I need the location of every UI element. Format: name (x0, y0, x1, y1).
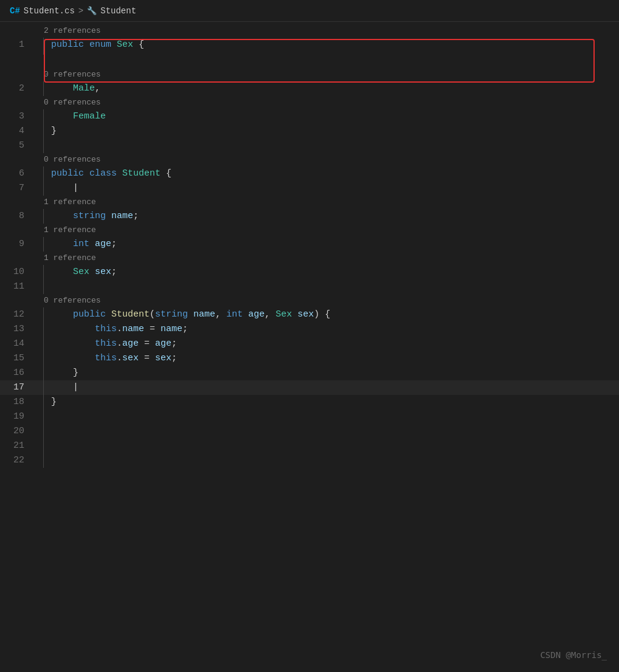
ref-count-age: 1 reference (44, 224, 96, 237)
line-num-8: 8 (0, 209, 36, 224)
code-line-10: 10 Sex sex; (0, 265, 619, 279)
code-content-14: this.age = age; (49, 337, 619, 351)
code-line-19: 19 (0, 410, 619, 424)
line-num-2: 2 (0, 81, 36, 96)
line-num-19: 19 (0, 410, 36, 424)
line-num-5: 5 (0, 139, 36, 153)
code-content-2: Male, (49, 81, 619, 96)
code-line-6: 6 public class Student { (0, 166, 619, 181)
gutter-4 (36, 124, 44, 139)
code-line-9: 9 int age; (0, 237, 619, 252)
gutter-9 (36, 237, 44, 252)
code-line-14: 14 this.age = age; (0, 337, 619, 351)
line-num-4: 4 (0, 124, 36, 139)
code-line-1: 1 public enum Sex { (0, 38, 619, 55)
line-num-16: 16 (0, 366, 36, 380)
code-line-7: 7 | (0, 181, 619, 196)
gutter-11 (36, 279, 44, 294)
gutter-7 (36, 181, 44, 196)
gutter-18 (36, 395, 44, 410)
gutter-17 (36, 380, 44, 395)
gutter-1 (36, 38, 44, 55)
line-num-22: 22 (0, 453, 36, 468)
gutter-22 (36, 453, 44, 468)
code-line-5: 5 (0, 139, 619, 153)
gutter-3 (36, 109, 44, 124)
line-num-18: 18 (0, 395, 36, 410)
line-num-11: 11 (0, 279, 36, 294)
code-line-21: 21 (0, 439, 619, 453)
gutter-13 (36, 322, 44, 337)
line-num-20: 20 (0, 424, 36, 439)
ref-line-sex: 1 reference (0, 252, 619, 265)
gutter-5 (36, 139, 44, 153)
csharp-icon: C# (10, 6, 20, 16)
ref-line-name: 1 reference (0, 196, 619, 209)
code-line-20: 20 (0, 424, 619, 439)
code-content-15: this.sex = sex; (49, 351, 619, 366)
line-num-7: 7 (0, 181, 36, 196)
code-content-18: } (49, 395, 619, 410)
ref-line-class: 0 references (0, 153, 619, 166)
code-content-12: public Student(string name, int age, Sex… (49, 307, 619, 322)
gutter-8 (36, 209, 44, 224)
code-content-17: | (49, 380, 619, 395)
line-num-13: 13 (0, 322, 36, 337)
gutter-14 (36, 337, 44, 351)
code-line-17: 17 | (0, 380, 619, 395)
line-num-6: 6 (0, 166, 36, 181)
code-line-4: 4 } (0, 124, 619, 139)
ref-line-enum: 0 references (0, 55, 619, 81)
code-line-8: 8 string name; (0, 209, 619, 224)
code-content-10: Sex sex; (49, 265, 619, 279)
gutter-6 (36, 166, 44, 181)
line-num-9: 9 (0, 237, 36, 252)
code-editor[interactable]: 2 references 1 public enum Sex { 0 refer… (0, 22, 619, 468)
ref-count-class: 0 references (44, 153, 101, 166)
class-icon: 🔧 (87, 6, 97, 16)
gutter-10 (36, 265, 44, 279)
line-num-15: 15 (0, 351, 36, 366)
code-line-3: 3 Female (0, 109, 619, 124)
line-num-3: 3 (0, 109, 36, 124)
code-content-9: int age; (49, 237, 619, 252)
gutter-12 (36, 307, 44, 322)
line-num-10: 10 (0, 265, 36, 279)
breadcrumb-path: Student.cs > 🔧 Student (24, 6, 136, 16)
ref-count-name: 1 reference (44, 196, 96, 209)
code-line-11: 11 (0, 279, 619, 294)
ref-count-ctor: 0 references (44, 294, 101, 307)
ref-count-sex: 1 reference (44, 252, 96, 265)
ref-count: 2 references (44, 24, 101, 38)
gutter-15 (36, 351, 44, 366)
code-line-22: 22 (0, 453, 619, 468)
line-num-14: 14 (0, 337, 36, 351)
code-line-13: 13 this.name = name; (0, 322, 619, 337)
code-content-8: string name; (49, 209, 619, 224)
code-content-13: this.name = name; (49, 322, 619, 337)
code-content-16: } (49, 366, 619, 380)
code-line-2: 2 Male, (0, 81, 619, 96)
code-content-7: | (49, 181, 619, 196)
line-num-21: 21 (0, 439, 36, 453)
code-line-16: 16 } (0, 366, 619, 380)
breadcrumb-class: Student (100, 6, 136, 16)
gutter-19 (36, 410, 44, 424)
watermark: CSDN @Morris_ (540, 650, 607, 660)
line-num-12: 12 (0, 307, 36, 322)
code-content-4: } (49, 124, 619, 139)
breadcrumb: C# Student.cs > 🔧 Student (0, 0, 619, 22)
ref-count-enum: 0 references (44, 68, 101, 81)
code-line-18: 18 } (0, 395, 619, 410)
breadcrumb-file: Student.cs (24, 6, 75, 16)
code-content-6: public class Student { (49, 166, 619, 181)
line-num-17: 17 (0, 380, 36, 395)
ref-line-age: 1 reference (0, 224, 619, 237)
ref-line-male: 0 references (0, 96, 619, 109)
gutter-21 (36, 439, 44, 453)
code-line-12: 12 public Student(string name, int age, … (0, 307, 619, 322)
line-num-1: 1 (0, 38, 36, 52)
code-content-1: public enum Sex { (49, 38, 619, 52)
code-line-15: 15 this.sex = sex; (0, 351, 619, 366)
ref-count-male: 0 references (44, 96, 101, 109)
